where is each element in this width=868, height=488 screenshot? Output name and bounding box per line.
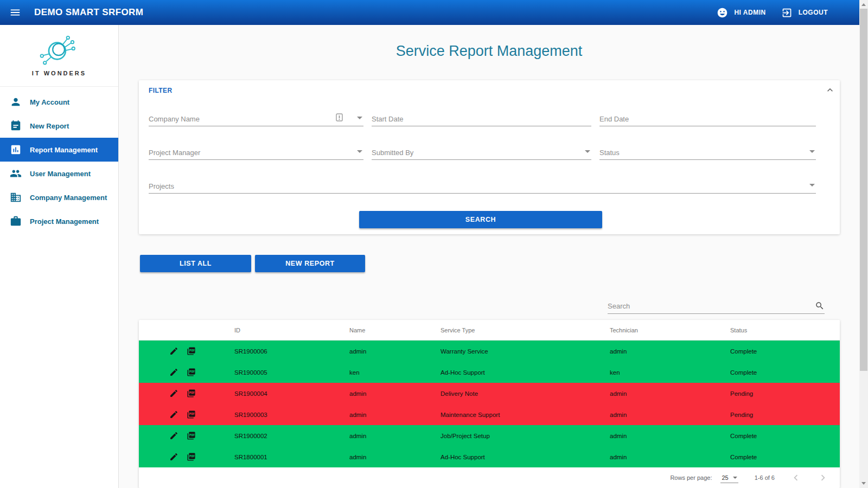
table-row[interactable]: SR1900006 admin Warranty Service admin C… [139, 341, 840, 362]
scroll-up-icon[interactable] [861, 3, 866, 6]
scrollbar-thumb[interactable] [860, 9, 867, 371]
logout-button[interactable]: LOGOUT [781, 7, 828, 18]
start-date-field[interactable] [372, 108, 591, 126]
sidebar-item-my-account[interactable]: My Account [0, 90, 118, 114]
bar-chart-icon [10, 144, 22, 156]
pdf-icon[interactable] [187, 452, 196, 461]
filter-title: FILTER [149, 87, 173, 94]
pagination-bar: Rows per page: 25 1-6 of 6 [139, 467, 840, 488]
edit-icon[interactable] [169, 368, 178, 377]
greeting-label: HI ADMIN [734, 9, 765, 16]
new-report-button[interactable]: NEW REPORT [255, 255, 365, 272]
sidebar-item-company-management[interactable]: Company Management [0, 185, 118, 209]
main-content: Service Report Management FILTER [119, 25, 859, 488]
dropdown-arrow-icon[interactable] [809, 150, 815, 153]
pdf-icon[interactable] [187, 389, 196, 398]
cell-id: SR1900006 [234, 348, 349, 355]
cell-status: Complete [730, 433, 840, 439]
next-page-icon[interactable] [817, 472, 829, 484]
sidebar-item-report-management[interactable]: Report Management [0, 138, 118, 162]
menu-icon[interactable] [9, 7, 21, 18]
table-row[interactable]: SR1900002 admin Job/Project Setup admin … [139, 425, 840, 446]
edit-icon[interactable] [169, 431, 178, 440]
project-manager-input[interactable] [149, 142, 363, 159]
projects-input[interactable] [149, 175, 816, 193]
cell-id: SR1900003 [234, 412, 349, 418]
projects-field[interactable] [149, 175, 816, 194]
table-row[interactable]: SR1900003 admin Maintenance Support admi… [139, 404, 840, 425]
dropdown-arrow-icon[interactable] [809, 184, 815, 187]
column-header-name[interactable]: Name [349, 327, 441, 333]
list-all-button[interactable]: LIST ALL [140, 255, 251, 272]
table-search [608, 299, 825, 314]
status-field[interactable] [599, 142, 816, 160]
search-button[interactable]: SEARCH [359, 211, 602, 228]
dropdown-arrow-icon[interactable] [357, 117, 362, 119]
sidebar: IT WONDERS My Account New Report Report … [0, 25, 119, 488]
previous-page-icon[interactable] [790, 472, 802, 484]
status-input[interactable] [599, 142, 816, 159]
edit-icon[interactable] [169, 346, 178, 356]
cell-technician: admin [610, 348, 730, 355]
cell-status: Complete [730, 369, 840, 376]
pdf-icon[interactable] [187, 431, 196, 440]
cell-id: SR1900004 [234, 390, 349, 397]
table-row[interactable]: SR1900004 admin Delivery Note admin Pend… [139, 383, 840, 404]
user-menu[interactable]: HI ADMIN [717, 7, 765, 18]
logout-label: LOGOUT [799, 9, 828, 16]
end-date-field[interactable] [599, 108, 816, 126]
submitted-by-input[interactable] [372, 142, 591, 159]
company-name-field[interactable] [149, 108, 363, 126]
start-date-input[interactable] [372, 108, 591, 126]
dropdown-arrow-icon[interactable] [357, 150, 362, 153]
sidebar-item-new-report[interactable]: New Report [0, 114, 118, 138]
edit-icon[interactable] [169, 410, 178, 419]
logout-icon [781, 7, 793, 18]
cell-name: admin [349, 348, 441, 355]
cell-status: Pending [730, 412, 840, 418]
table-row[interactable]: SR1800001 admin Ad-Hoc Support admin Com… [139, 446, 840, 467]
cell-status: Complete [730, 454, 840, 460]
edit-icon[interactable] [169, 389, 178, 398]
app-title: DEMO SMART SRFORM [34, 7, 143, 18]
sidebar-item-user-management[interactable]: User Management [0, 162, 118, 185]
smiley-face-icon [717, 7, 728, 18]
end-date-input[interactable] [599, 108, 816, 126]
table-row[interactable]: SR1900005 ken Ad-Hoc Support ken Complet… [139, 362, 840, 383]
report-table: ID Name Service Type Technician Status S… [139, 320, 840, 488]
scroll-down-icon[interactable] [861, 482, 866, 485]
cell-service-type: Job/Project Setup [441, 433, 610, 439]
table-header: ID Name Service Type Technician Status [139, 320, 840, 341]
sidebar-item-project-management[interactable]: Project Management [0, 209, 118, 233]
column-header-technician[interactable]: Technician [610, 327, 730, 333]
rows-per-page-label: Rows per page: [670, 474, 712, 481]
dropdown-arrow-icon[interactable] [585, 150, 590, 153]
chevron-up-icon[interactable] [825, 85, 835, 95]
table-body: SR1900006 admin Warranty Service admin C… [139, 341, 840, 467]
column-header-id[interactable]: ID [234, 327, 349, 333]
rows-per-page-select[interactable]: 25 [720, 473, 738, 483]
search-icon[interactable] [815, 301, 825, 311]
vertical-scrollbar[interactable] [859, 0, 868, 488]
brand-name: IT WONDERS [32, 70, 86, 76]
people-icon [10, 168, 22, 179]
pdf-icon[interactable] [187, 346, 196, 356]
cell-service-type: Ad-Hoc Support [441, 454, 610, 460]
cell-status: Complete [730, 348, 840, 355]
column-header-status[interactable]: Status [730, 327, 840, 333]
pdf-icon[interactable] [187, 410, 196, 419]
submitted-by-field[interactable] [372, 142, 591, 160]
pdf-icon[interactable] [187, 368, 196, 377]
cell-service-type: Maintenance Support [441, 412, 610, 418]
cell-technician: admin [610, 390, 730, 397]
project-manager-field[interactable] [149, 142, 363, 160]
company-name-input[interactable] [149, 108, 363, 126]
table-search-input[interactable] [608, 299, 825, 313]
column-header-service-type[interactable]: Service Type [441, 327, 610, 333]
cell-status: Pending [730, 390, 840, 397]
page-title: Service Report Management [119, 43, 859, 60]
cell-technician: admin [610, 454, 730, 460]
cell-name: admin [349, 433, 441, 439]
textfield-icon [336, 113, 343, 121]
edit-icon[interactable] [169, 452, 178, 461]
